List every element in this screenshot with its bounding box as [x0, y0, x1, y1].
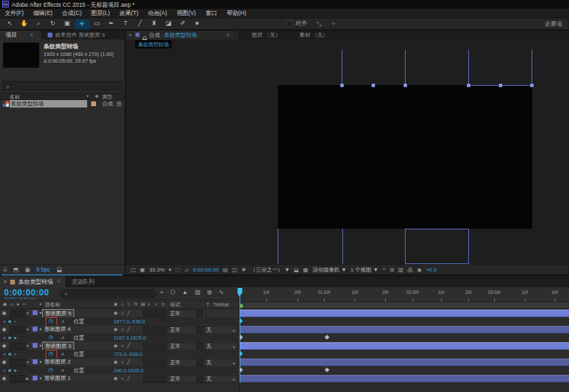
layer-duration-bar[interactable]	[240, 342, 569, 350]
source-name-column[interactable]: 源名称	[45, 301, 61, 308]
graph-editor-icon[interactable]: ∿	[218, 289, 223, 295]
3d-column-icon[interactable]: ⊙	[161, 301, 165, 307]
next-keyframe-icon[interactable]: ▶	[14, 336, 17, 340]
layer-switch-cell[interactable]	[159, 326, 166, 333]
solo-column-icon[interactable]: ●	[16, 301, 19, 306]
mini-flowchart-icon[interactable]: ⌁	[160, 289, 163, 295]
layer-switch-icon[interactable]: ◉	[114, 343, 118, 348]
trkmat-column[interactable]: TrkMat	[213, 301, 229, 308]
trash-icon[interactable]: ⬓	[56, 266, 62, 273]
stopwatch-icon[interactable]: ◷	[48, 334, 53, 340]
safe-zones-icon[interactable]: ⬚	[176, 267, 181, 273]
work-area-start-handle[interactable]	[240, 304, 243, 308]
menu-item[interactable]: 视图(V)	[172, 9, 201, 18]
layer-switch-icon[interactable]: ☼	[120, 343, 125, 348]
interpret-footage-icon[interactable]: ⌸	[3, 266, 7, 274]
twirl-down-icon[interactable]: ▼	[26, 311, 29, 315]
tab-timeline-comp[interactable]: × 条纹类型转场 ≡	[0, 276, 65, 287]
trkmat-chip[interactable]	[196, 326, 203, 333]
roi-icon[interactable]: ⬓	[294, 267, 299, 273]
panel-menu-icon[interactable]: ≡	[30, 31, 33, 39]
property-value[interactable]: 1677.0,-538.0	[114, 318, 145, 325]
layer-switch-cell[interactable]	[151, 375, 158, 382]
brush-tool[interactable]: ╱	[133, 18, 147, 29]
layer-color-chip[interactable]	[33, 376, 37, 380]
layer-color-chip[interactable]	[33, 343, 37, 348]
layer-switch-icon[interactable]: ◉	[114, 310, 118, 316]
layer-name[interactable]: 形状图层 1	[42, 374, 73, 382]
draft-3d-icon[interactable]: ⬡	[170, 289, 175, 295]
mode-column[interactable]: 模式	[170, 301, 180, 308]
fast-preview-icon[interactable]: ⊞	[389, 267, 394, 273]
layer-color-chip[interactable]	[33, 359, 37, 364]
snap-checkbox[interactable]	[286, 20, 293, 27]
menu-item[interactable]: 窗口	[201, 9, 222, 18]
flowchart-icon[interactable]: 品	[408, 266, 413, 274]
shape-vertex-handle[interactable]	[372, 84, 375, 87]
prev-keyframe-icon[interactable]: ◀	[3, 352, 5, 356]
layer-switch-cell[interactable]	[143, 359, 150, 366]
quality-column-icon[interactable]: ╲	[127, 301, 130, 307]
layer-switch-cell[interactable]	[151, 342, 158, 350]
panel-menu-icon[interactable]: ≡	[57, 276, 61, 287]
trkmat-chip[interactable]	[196, 310, 203, 317]
tab-project[interactable]: 项目	[0, 31, 41, 39]
transparency-grid-icon[interactable]: ▦	[303, 267, 308, 273]
pen-tool[interactable]: ✒	[104, 18, 118, 29]
mini-timeline-icon[interactable]: ▥	[398, 267, 404, 273]
keyframe-navigator-icon[interactable]: ◆	[8, 351, 12, 356]
frame-blend-column-icon[interactable]: ▤	[141, 301, 145, 307]
shape-vertex-handle[interactable]	[340, 84, 344, 87]
menu-item[interactable]: 图层(L)	[86, 9, 114, 18]
zoom-tool[interactable]: ⌕	[31, 18, 46, 29]
layer-switch-cell[interactable]	[143, 375, 150, 382]
project-search-input[interactable]: ⌕	[2, 81, 123, 91]
layer-duration-bar[interactable]	[240, 310, 569, 317]
twirl-right-icon[interactable]: ▶	[26, 376, 29, 380]
selection-follows-icon[interactable]: ⁘	[331, 20, 336, 28]
bit-depth-label[interactable]: 8 bpc	[36, 266, 50, 273]
new-composition-icon[interactable]: ▣	[25, 266, 30, 273]
layer-switch-cell[interactable]	[159, 375, 166, 382]
menu-item[interactable]: 效果(T)	[114, 9, 143, 18]
property-value[interactable]: 1197.0,1625.0	[114, 335, 146, 341]
trkmat-select[interactable]: 无▼	[204, 375, 238, 383]
layer-duration-bar[interactable]	[240, 375, 569, 382]
view-count-label[interactable]: 1 个视图 ▼	[351, 266, 378, 274]
menu-item[interactable]: 文件(F)	[0, 9, 29, 18]
next-keyframe-icon[interactable]: ▶	[14, 352, 17, 356]
layer-switch-cell[interactable]	[159, 359, 166, 366]
shape-tool[interactable]: ▭	[90, 18, 104, 29]
layer-switch-cell[interactable]	[151, 359, 158, 366]
snapshot-icon[interactable]: ▤	[223, 267, 228, 273]
work-area-bar[interactable]	[240, 302, 569, 309]
menu-item[interactable]: 动画(A)	[143, 9, 172, 18]
twirl-down-icon[interactable]: ▼	[26, 344, 29, 348]
label-column-icon[interactable]: ✦	[39, 301, 42, 306]
shape-path-line[interactable]	[405, 50, 406, 85]
trkmat-chip[interactable]	[196, 342, 203, 350]
layer-switch-icon[interactable]: ☼	[120, 376, 125, 380]
eye-icon[interactable]: ◉	[2, 310, 6, 316]
composition-frame[interactable]	[278, 85, 532, 229]
tab-footage-viewer[interactable]: 素材 （无）	[299, 31, 328, 39]
property-value[interactable]: 240.0,1625.0	[114, 368, 144, 374]
layer-switch-icon[interactable]: ╱	[127, 376, 130, 381]
layer-switch-cell[interactable]	[151, 326, 158, 333]
fx-column-icon[interactable]: fx	[134, 301, 137, 306]
layer-switch-cell[interactable]	[159, 342, 166, 350]
property-label[interactable]: 位置	[74, 334, 84, 342]
layer-switch-icon[interactable]: ╱	[127, 327, 130, 332]
shape-path-line[interactable]	[342, 229, 343, 264]
tab-render-queue[interactable]: 渲染队列	[71, 276, 95, 287]
layer-switch-icon[interactable]: ☼	[120, 310, 125, 315]
keyframe-navigator-icon[interactable]: ◆	[8, 318, 12, 323]
close-icon[interactable]: ×	[3, 276, 7, 287]
rotation-tool[interactable]: ↻	[46, 18, 60, 29]
eye-icon[interactable]: ◉	[2, 327, 6, 332]
prev-keyframe-icon[interactable]: ◀	[3, 319, 5, 323]
layer-switch-icon[interactable]: ☼	[120, 327, 125, 331]
layer-switch-cell[interactable]	[151, 310, 158, 317]
shy-toggle-icon[interactable]: ▲	[182, 289, 188, 295]
layer-switch-icon[interactable]: ◉	[114, 359, 118, 365]
